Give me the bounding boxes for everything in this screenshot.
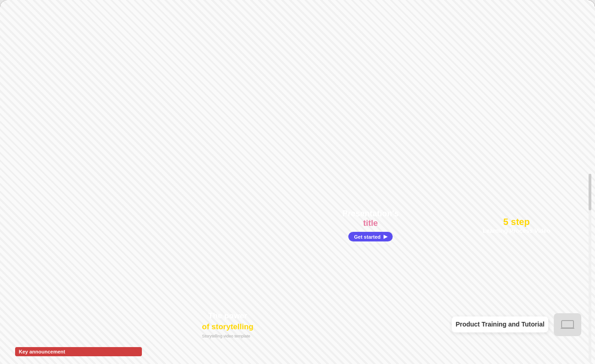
- svg-rect-18: [562, 321, 573, 328]
- thumb-learning-sub: Learning Process Video: [483, 227, 551, 234]
- thumb-marketing-btn: Get started: [354, 234, 380, 240]
- thumb-marketing-title: Presentation's: [342, 209, 399, 219]
- thumb-tutorial: Product Training and Tutorial: [449, 289, 584, 360]
- template-card-tutorial[interactable]: Tutorial video template Product Training…: [449, 272, 584, 360]
- thumb-story-line2: of storytelling: [202, 322, 253, 331]
- laptop-icon: [561, 320, 574, 330]
- thumb-story-line1: The power: [208, 311, 247, 320]
- thumb-story-sub: Storytelling video template: [202, 334, 253, 338]
- scroll-thumb[interactable]: [589, 174, 591, 210]
- template-cell-tutorial: Tutorial video template Product Training…: [444, 267, 590, 364]
- thumb-storytelling-text: The power of storytelling: [202, 310, 253, 332]
- play-icon: ▶: [384, 234, 387, 240]
- thumb-marketing-accent: title: [342, 219, 399, 228]
- thumb-tutorial-text: Product Training and Tutorial: [455, 320, 544, 329]
- scroll-track: [589, 174, 591, 362]
- thumb-news-bar: Key announcement: [15, 347, 142, 356]
- svg-rect-19: [561, 328, 574, 329]
- template-grid: Blank Video AI possibilities AI Possibil…: [0, 167, 595, 364]
- thumb-learning-step: 5 step: [483, 217, 551, 227]
- create-video-modal: Create new video × From template New AI …: [0, 0, 595, 364]
- thumb-learning-content: 5 step Learning Process Video: [483, 217, 551, 234]
